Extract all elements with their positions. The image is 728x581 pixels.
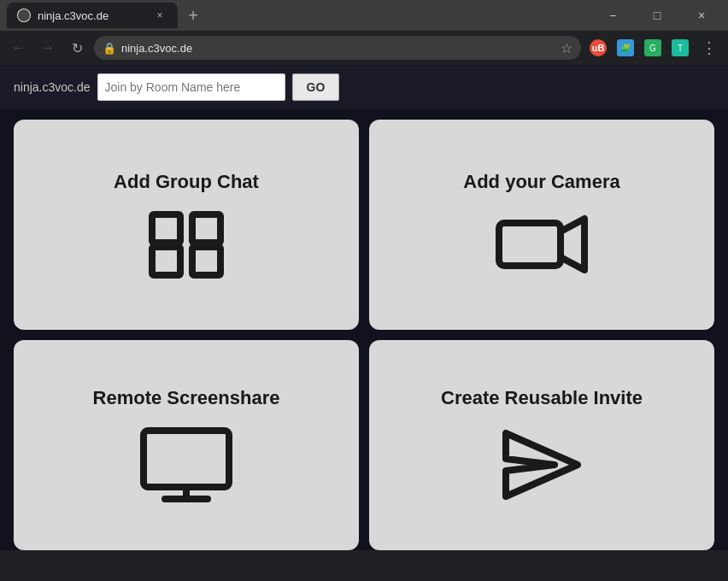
ublock-icon: uB (590, 39, 607, 56)
back-button[interactable]: ← (7, 36, 31, 60)
extension-4-button[interactable]: T (668, 36, 692, 60)
extension-2-button[interactable]: 🧩 (614, 36, 637, 60)
room-name-input[interactable] (97, 73, 285, 101)
extension-4-icon: T (672, 39, 689, 56)
extension-3-button[interactable]: G (641, 36, 665, 60)
monitor-icon (139, 426, 233, 503)
cards-grid: Add Group Chat Add your Camera (0, 109, 728, 560)
svg-rect-4 (499, 223, 561, 266)
ublock-extension-button[interactable]: uB (586, 36, 610, 60)
svg-rect-2 (152, 247, 180, 275)
svg-rect-0 (152, 214, 180, 243)
add-camera-title: Add your Camera (463, 171, 619, 193)
camera-icon (495, 210, 589, 279)
svg-rect-1 (192, 214, 220, 243)
svg-rect-5 (144, 431, 229, 487)
window-controls: − □ × (593, 0, 721, 31)
browser-extensions: uB 🧩 G T (586, 36, 692, 60)
tab-title: ninja.c3voc.de (38, 9, 145, 22)
add-group-chat-card[interactable]: Add Group Chat (14, 120, 359, 330)
go-button[interactable]: GO (292, 73, 340, 101)
browser-menu-button[interactable]: ⋮ (697, 36, 721, 60)
url-text: ninja.c3voc.de (121, 42, 555, 55)
grid-icon (144, 210, 229, 279)
address-bar: ← → ↻ 🔒 ninja.c3voc.de ☆ uB 🧩 G T ⋮ (0, 31, 728, 65)
extension-3-icon: G (644, 39, 661, 56)
create-invite-card[interactable]: Create Reusable Invite (369, 340, 714, 550)
page-content: ninja.c3voc.de GO Add Group Chat Add you… (0, 65, 728, 550)
browser-tab[interactable]: ninja.c3voc.de × (7, 3, 178, 28)
send-icon (499, 426, 584, 503)
create-invite-title: Create Reusable Invite (441, 387, 643, 409)
extension-2-icon: 🧩 (617, 39, 634, 56)
add-camera-card[interactable]: Add your Camera (369, 120, 714, 330)
add-group-chat-title: Add Group Chat (114, 171, 259, 193)
lock-icon: 🔒 (103, 42, 116, 55)
remote-screenshare-card[interactable]: Remote Screenshare (14, 340, 359, 550)
maximize-button[interactable]: □ (637, 0, 677, 31)
breadcrumb: ninja.c3voc.de (14, 80, 91, 94)
close-button[interactable]: × (682, 0, 721, 31)
bookmark-icon[interactable]: ☆ (561, 40, 572, 56)
page-header: ninja.c3voc.de GO (0, 65, 728, 109)
reload-button[interactable]: ↻ (65, 36, 89, 60)
url-bar[interactable]: 🔒 ninja.c3voc.de ☆ (94, 36, 581, 60)
tab-close-button[interactable]: × (152, 8, 167, 23)
tab-favicon (17, 9, 31, 22)
svg-rect-3 (192, 247, 220, 275)
browser-chrome: ninja.c3voc.de × + − □ × ← → ↻ 🔒 ninja.c… (0, 0, 728, 65)
new-tab-button[interactable]: + (181, 3, 205, 27)
title-bar: ninja.c3voc.de × + − □ × (0, 0, 728, 31)
minimize-button[interactable]: − (593, 0, 632, 31)
forward-button[interactable]: → (36, 36, 60, 60)
remote-screenshare-title: Remote Screenshare (93, 387, 280, 409)
